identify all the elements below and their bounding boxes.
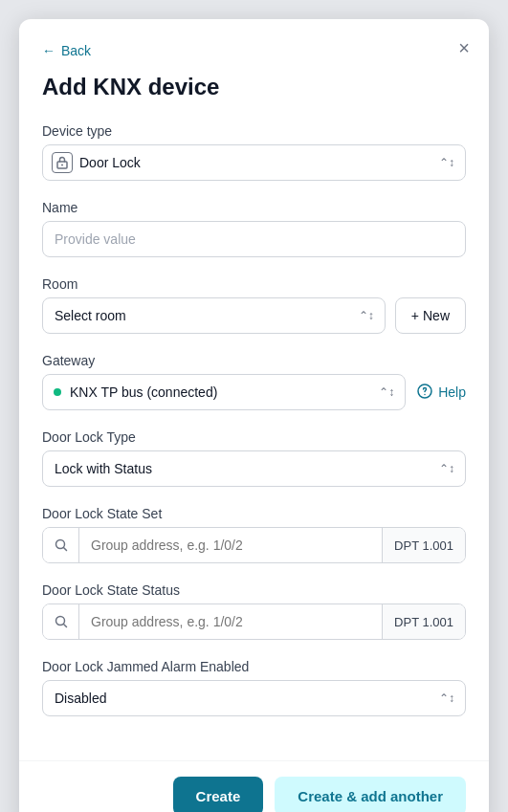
help-label: Help	[438, 384, 466, 400]
create-add-another-button[interactable]: Create & add another	[275, 777, 466, 812]
gateway-select-wrapper: KNX TP bus (connected) ⌃↕	[42, 374, 406, 410]
new-room-button[interactable]: + New	[395, 297, 466, 334]
name-group: Name	[42, 200, 466, 257]
name-input[interactable]	[42, 221, 466, 257]
door-lock-state-status-search-button[interactable]	[43, 604, 79, 639]
plus-icon: +	[411, 308, 419, 323]
door-lock-jammed-select[interactable]: Disabled	[42, 680, 466, 716]
gateway-row: KNX TP bus (connected) ⌃↕ Help	[42, 374, 466, 410]
door-lock-jammed-select-wrapper: Disabled ⌃↕	[42, 680, 466, 716]
door-lock-type-select[interactable]: Lock with Status	[42, 450, 466, 487]
room-label: Room	[42, 276, 466, 292]
door-lock-type-select-wrapper: Lock with Status ⌃↕	[42, 450, 466, 487]
page-title: Add KNX device	[42, 74, 466, 100]
room-group: Room Select room ⌃↕ + New	[42, 276, 466, 334]
door-lock-state-set-group: Door Lock State Set DPT 1.001	[42, 506, 466, 563]
svg-point-3	[424, 393, 426, 395]
door-lock-state-set-search-button[interactable]	[43, 528, 79, 562]
new-room-label: New	[423, 308, 450, 323]
modal-footer: Create Create & add another	[19, 760, 489, 812]
room-select-wrapper: Select room ⌃↕	[42, 297, 386, 334]
door-lock-state-set-row: DPT 1.001	[42, 527, 466, 563]
connected-status-icon	[54, 388, 61, 396]
gateway-select[interactable]: KNX TP bus (connected)	[42, 374, 406, 410]
room-row: Select room ⌃↕ + New	[42, 297, 466, 334]
create-button[interactable]: Create	[173, 777, 264, 812]
door-lock-type-group: Door Lock Type Lock with Status ⌃↕	[42, 429, 466, 487]
door-lock-state-status-dpt: DPT 1.001	[382, 604, 465, 639]
close-button[interactable]: ×	[454, 34, 474, 61]
door-lock-state-status-label: Door Lock State Status	[42, 582, 466, 598]
gateway-group: Gateway KNX TP bus (connected) ⌃↕	[42, 353, 466, 410]
door-lock-state-set-dpt: DPT 1.001	[382, 528, 465, 562]
door-lock-jammed-label: Door Lock Jammed Alarm Enabled	[42, 659, 466, 674]
back-label: Back	[61, 43, 91, 58]
room-select[interactable]: Select room	[42, 297, 386, 334]
device-type-group: Device type Door Lock ⌃↕	[42, 123, 466, 181]
device-type-label: Device type	[42, 123, 466, 139]
device-type-select[interactable]: Door Lock	[42, 144, 466, 181]
door-lock-state-status-input[interactable]	[79, 604, 382, 639]
door-lock-type-label: Door Lock Type	[42, 429, 466, 445]
back-link[interactable]: ← Back	[42, 43, 91, 58]
device-type-select-wrapper: Door Lock ⌃↕	[42, 144, 466, 181]
help-circle-icon	[417, 384, 432, 402]
gateway-label: Gateway	[42, 353, 466, 368]
door-lock-state-set-input[interactable]	[79, 528, 382, 562]
door-lock-state-status-group: Door Lock State Status DPT 1.001	[42, 582, 466, 640]
door-lock-state-status-row: DPT 1.001	[42, 604, 466, 640]
door-lock-state-set-label: Door Lock State Set	[42, 506, 466, 521]
door-lock-jammed-group: Door Lock Jammed Alarm Enabled Disabled …	[42, 659, 466, 716]
add-knx-device-modal: × ← Back Add KNX device Device type	[19, 19, 489, 812]
back-arrow-icon: ←	[42, 43, 55, 58]
name-label: Name	[42, 200, 466, 215]
help-button[interactable]: Help	[417, 384, 466, 402]
